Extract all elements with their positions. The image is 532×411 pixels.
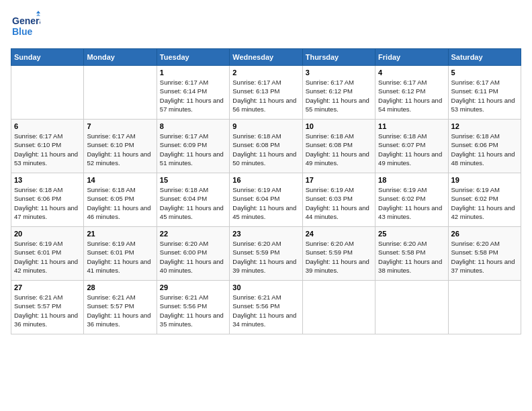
calendar-cell: 30 Sunrise: 6:21 AM Sunset: 5:56 PM Dayl… bbox=[230, 281, 302, 334]
calendar-cell: 5 Sunrise: 6:17 AM Sunset: 6:11 PM Dayli… bbox=[448, 66, 521, 120]
calendar-cell: 6 Sunrise: 6:17 AM Sunset: 6:10 PM Dayli… bbox=[11, 120, 84, 173]
col-tuesday: Tuesday bbox=[157, 49, 229, 66]
calendar-cell: 26 Sunrise: 6:20 AM Sunset: 5:58 PM Dayl… bbox=[448, 227, 521, 281]
day-info: Sunrise: 6:21 AM Sunset: 5:57 PM Dayligh… bbox=[87, 293, 153, 328]
day-info: Sunrise: 6:21 AM Sunset: 5:56 PM Dayligh… bbox=[160, 293, 226, 328]
calendar-week-row: 20 Sunrise: 6:19 AM Sunset: 6:01 PM Dayl… bbox=[11, 227, 521, 281]
col-friday: Friday bbox=[375, 49, 448, 66]
day-number: 17 bbox=[306, 176, 372, 184]
calendar-week-row: 6 Sunrise: 6:17 AM Sunset: 6:10 PM Dayli… bbox=[11, 120, 521, 173]
calendar-cell: 13 Sunrise: 6:18 AM Sunset: 6:06 PM Dayl… bbox=[11, 173, 84, 227]
day-number: 23 bbox=[232, 230, 299, 238]
day-info: Sunrise: 6:17 AM Sunset: 6:12 PM Dayligh… bbox=[378, 78, 445, 113]
calendar-cell bbox=[11, 66, 84, 120]
day-info: Sunrise: 6:17 AM Sunset: 6:10 PM Dayligh… bbox=[87, 132, 153, 167]
day-number: 11 bbox=[378, 122, 445, 130]
col-thursday: Thursday bbox=[302, 49, 375, 66]
col-wednesday: Wednesday bbox=[230, 49, 302, 66]
day-number: 9 bbox=[232, 122, 299, 130]
calendar-table: Sunday Monday Tuesday Wednesday Thursday… bbox=[11, 48, 521, 334]
day-number: 1 bbox=[160, 68, 226, 77]
day-number: 27 bbox=[14, 283, 81, 291]
calendar-cell: 7 Sunrise: 6:17 AM Sunset: 6:10 PM Dayli… bbox=[84, 120, 157, 173]
header: General Blue bbox=[11, 11, 521, 40]
calendar-cell: 2 Sunrise: 6:17 AM Sunset: 6:13 PM Dayli… bbox=[230, 66, 302, 120]
calendar-cell bbox=[448, 281, 521, 334]
day-number: 15 bbox=[160, 176, 226, 184]
calendar-cell: 9 Sunrise: 6:18 AM Sunset: 6:08 PM Dayli… bbox=[230, 120, 302, 173]
day-number: 8 bbox=[160, 122, 226, 130]
day-number: 26 bbox=[451, 230, 518, 238]
calendar-cell: 8 Sunrise: 6:17 AM Sunset: 6:09 PM Dayli… bbox=[157, 120, 229, 173]
day-info: Sunrise: 6:18 AM Sunset: 6:07 PM Dayligh… bbox=[378, 132, 445, 167]
day-number: 4 bbox=[378, 68, 445, 77]
day-number: 21 bbox=[87, 230, 153, 238]
logo: General Blue bbox=[11, 11, 40, 40]
calendar-cell: 22 Sunrise: 6:20 AM Sunset: 6:00 PM Dayl… bbox=[157, 227, 229, 281]
day-number: 29 bbox=[160, 283, 226, 291]
calendar-cell: 28 Sunrise: 6:21 AM Sunset: 5:57 PM Dayl… bbox=[84, 281, 157, 334]
day-info: Sunrise: 6:19 AM Sunset: 6:04 PM Dayligh… bbox=[232, 185, 299, 221]
calendar-cell: 1 Sunrise: 6:17 AM Sunset: 6:14 PM Dayli… bbox=[157, 66, 229, 120]
day-info: Sunrise: 6:18 AM Sunset: 6:08 PM Dayligh… bbox=[306, 132, 372, 167]
calendar-cell: 23 Sunrise: 6:20 AM Sunset: 5:59 PM Dayl… bbox=[230, 227, 302, 281]
svg-marker-3 bbox=[36, 13, 40, 16]
day-info: Sunrise: 6:19 AM Sunset: 6:02 PM Dayligh… bbox=[378, 185, 445, 221]
day-info: Sunrise: 6:17 AM Sunset: 6:13 PM Dayligh… bbox=[232, 78, 299, 113]
col-sunday: Sunday bbox=[11, 49, 84, 66]
svg-marker-2 bbox=[36, 11, 40, 13]
calendar-cell bbox=[84, 66, 157, 120]
calendar-cell: 27 Sunrise: 6:21 AM Sunset: 5:57 PM Dayl… bbox=[11, 281, 84, 334]
day-number: 19 bbox=[451, 176, 518, 184]
calendar-cell: 16 Sunrise: 6:19 AM Sunset: 6:04 PM Dayl… bbox=[230, 173, 302, 227]
calendar-cell: 3 Sunrise: 6:17 AM Sunset: 6:12 PM Dayli… bbox=[302, 66, 375, 120]
calendar-cell: 24 Sunrise: 6:20 AM Sunset: 5:59 PM Dayl… bbox=[302, 227, 375, 281]
day-number: 22 bbox=[160, 230, 226, 238]
calendar-cell: 10 Sunrise: 6:18 AM Sunset: 6:08 PM Dayl… bbox=[302, 120, 375, 173]
day-info: Sunrise: 6:20 AM Sunset: 5:59 PM Dayligh… bbox=[306, 239, 372, 275]
day-info: Sunrise: 6:20 AM Sunset: 5:58 PM Dayligh… bbox=[378, 239, 445, 275]
day-number: 2 bbox=[232, 68, 299, 77]
col-monday: Monday bbox=[84, 49, 157, 66]
day-info: Sunrise: 6:17 AM Sunset: 6:10 PM Dayligh… bbox=[14, 132, 81, 167]
calendar-cell: 15 Sunrise: 6:18 AM Sunset: 6:04 PM Dayl… bbox=[157, 173, 229, 227]
day-number: 25 bbox=[378, 230, 445, 238]
calendar-header-row: Sunday Monday Tuesday Wednesday Thursday… bbox=[11, 49, 521, 66]
day-info: Sunrise: 6:21 AM Sunset: 5:57 PM Dayligh… bbox=[14, 293, 81, 328]
day-number: 7 bbox=[87, 122, 153, 130]
calendar-cell: 14 Sunrise: 6:18 AM Sunset: 6:05 PM Dayl… bbox=[84, 173, 157, 227]
day-info: Sunrise: 6:18 AM Sunset: 6:04 PM Dayligh… bbox=[160, 185, 226, 221]
day-info: Sunrise: 6:17 AM Sunset: 6:11 PM Dayligh… bbox=[451, 78, 518, 113]
day-info: Sunrise: 6:17 AM Sunset: 6:09 PM Dayligh… bbox=[160, 132, 226, 167]
day-info: Sunrise: 6:19 AM Sunset: 6:01 PM Dayligh… bbox=[14, 239, 81, 275]
calendar-week-row: 13 Sunrise: 6:18 AM Sunset: 6:06 PM Dayl… bbox=[11, 173, 521, 227]
day-number: 20 bbox=[14, 230, 81, 238]
day-info: Sunrise: 6:19 AM Sunset: 6:02 PM Dayligh… bbox=[451, 185, 518, 221]
day-number: 18 bbox=[378, 176, 445, 184]
day-number: 6 bbox=[14, 122, 81, 130]
day-info: Sunrise: 6:20 AM Sunset: 6:00 PM Dayligh… bbox=[160, 239, 226, 275]
day-info: Sunrise: 6:18 AM Sunset: 6:06 PM Dayligh… bbox=[451, 132, 518, 167]
day-info: Sunrise: 6:17 AM Sunset: 6:14 PM Dayligh… bbox=[160, 78, 226, 113]
day-number: 12 bbox=[451, 122, 518, 130]
calendar-week-row: 27 Sunrise: 6:21 AM Sunset: 5:57 PM Dayl… bbox=[11, 281, 521, 334]
calendar-cell: 4 Sunrise: 6:17 AM Sunset: 6:12 PM Dayli… bbox=[375, 66, 448, 120]
day-number: 14 bbox=[87, 176, 153, 184]
calendar-cell: 29 Sunrise: 6:21 AM Sunset: 5:56 PM Dayl… bbox=[157, 281, 229, 334]
calendar-cell bbox=[375, 281, 448, 334]
day-number: 28 bbox=[87, 283, 153, 291]
day-number: 30 bbox=[232, 283, 299, 291]
day-info: Sunrise: 6:18 AM Sunset: 6:08 PM Dayligh… bbox=[232, 132, 299, 167]
day-info: Sunrise: 6:19 AM Sunset: 6:01 PM Dayligh… bbox=[87, 239, 153, 275]
day-number: 5 bbox=[451, 68, 518, 77]
day-info: Sunrise: 6:18 AM Sunset: 6:06 PM Dayligh… bbox=[14, 185, 81, 221]
calendar-cell: 20 Sunrise: 6:19 AM Sunset: 6:01 PM Dayl… bbox=[11, 227, 84, 281]
logo-svg: General Blue bbox=[11, 11, 40, 40]
day-info: Sunrise: 6:21 AM Sunset: 5:56 PM Dayligh… bbox=[232, 293, 299, 328]
day-number: 13 bbox=[14, 176, 81, 184]
svg-text:General: General bbox=[12, 15, 40, 26]
calendar-cell: 11 Sunrise: 6:18 AM Sunset: 6:07 PM Dayl… bbox=[375, 120, 448, 173]
calendar-cell: 25 Sunrise: 6:20 AM Sunset: 5:58 PM Dayl… bbox=[375, 227, 448, 281]
calendar-cell: 12 Sunrise: 6:18 AM Sunset: 6:06 PM Dayl… bbox=[448, 120, 521, 173]
calendar-cell bbox=[302, 281, 375, 334]
